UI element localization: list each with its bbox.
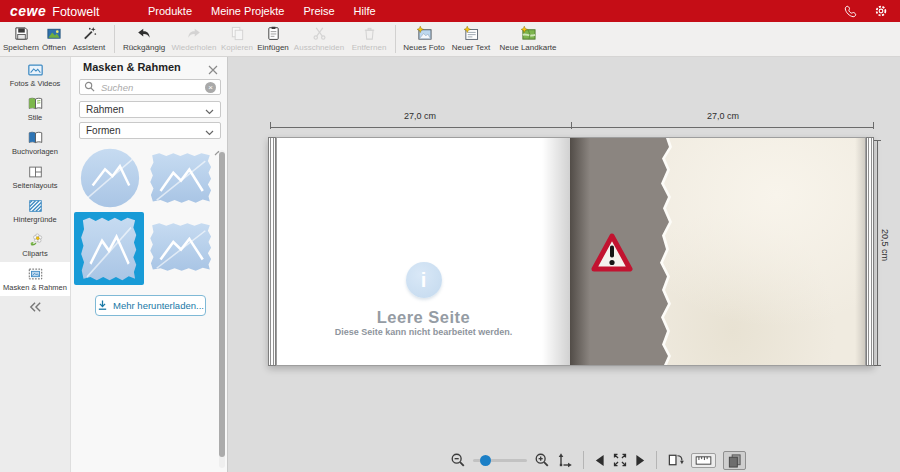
mask-thumbnail-torn-rect-tall[interactable]: [74, 212, 144, 285]
cewe-fotowelt-window: cewe Fotowelt Produkte Meine Projekte Pr…: [0, 0, 900, 472]
copy-button[interactable]: Kopieren: [219, 24, 255, 55]
sidebar-item-cliparts[interactable]: Cliparts: [0, 228, 70, 262]
chevron-down-icon: [205, 122, 214, 140]
chevron-down-icon: [205, 101, 214, 119]
right-page[interactable]: [570, 137, 866, 366]
save-button[interactable]: Speichern: [2, 24, 40, 55]
sidebar-collapse-button[interactable]: [0, 296, 70, 320]
warning-icon: [590, 232, 634, 278]
info-icon: i: [406, 262, 442, 298]
assistant-button[interactable]: Assistent: [68, 24, 110, 55]
trash-icon: [362, 26, 377, 41]
filter-dropdown-rahmen[interactable]: Rahmen: [79, 101, 221, 118]
toolbar-separator: [114, 25, 115, 53]
copy-icon: [230, 26, 245, 41]
zoom-slider[interactable]: [473, 453, 527, 467]
new-photo-button[interactable]: Neues Foto: [400, 24, 448, 55]
page-stack-left: [268, 137, 276, 366]
open-icon: [46, 26, 62, 41]
redo-icon: [186, 26, 202, 41]
sidebar-item-buchvorlagen[interactable]: Buchvorlagen: [0, 126, 70, 160]
mask-thumbnail-torn-rect-small[interactable]: [147, 217, 214, 277]
ruler-toggle-icon[interactable]: [691, 453, 716, 468]
search-icon: [84, 78, 95, 96]
close-icon[interactable]: [208, 61, 220, 73]
styles-book-icon: [27, 96, 44, 112]
top-menu-bar: cewe Fotowelt Produkte Meine Projekte Pr…: [0, 0, 900, 22]
delete-button[interactable]: Entfernen: [347, 24, 391, 55]
page-layouts-icon: [27, 164, 44, 180]
tool-sidebar: Fotos & Videos Stile Buchvorlagen Seiten…: [0, 57, 70, 472]
new-text-button[interactable]: Neuer Text: [448, 24, 494, 55]
backgrounds-icon: [27, 198, 44, 214]
undo-button[interactable]: Rückgängig: [119, 24, 169, 55]
new-map-icon: [520, 26, 537, 41]
left-page-empty[interactable]: i Leere Seite Diese Seite kann nicht bea…: [276, 137, 570, 366]
save-icon: [14, 26, 29, 41]
magic-wand-icon: [82, 26, 97, 41]
edit-toolbar: Speichern Öffnen Assistent Rückgängig Wi…: [0, 22, 900, 57]
cliparts-flower-icon: [27, 232, 44, 248]
new-photo-icon: [416, 26, 433, 41]
zoom-out-icon[interactable]: [450, 452, 466, 468]
zoom-slider-thumb[interactable]: [480, 455, 491, 466]
menu-meine-projekte[interactable]: Meine Projekte: [208, 5, 287, 17]
zoom-in-icon[interactable]: [534, 452, 550, 468]
cut-button[interactable]: Ausschneiden: [291, 24, 347, 55]
main-menu: Produkte Meine Projekte Preise Hilfe: [145, 0, 379, 22]
sidebar-item-fotos-videos[interactable]: Fotos & Videos: [0, 58, 70, 92]
search-input[interactable]: [99, 81, 201, 94]
sidebar-item-seitenlayouts[interactable]: Seitenlayouts: [0, 160, 70, 194]
layers-toggle-icon[interactable]: [723, 451, 746, 470]
view-toolbar: [450, 448, 746, 472]
new-text-icon: [463, 26, 479, 41]
mask-thumbnail-circle[interactable]: [76, 145, 143, 210]
expand-view-icon[interactable]: [612, 452, 628, 468]
editor-canvas: 27,0 cm 27,0 cm 20,5 cm i Leere Seite Di…: [228, 57, 900, 472]
scrollbar-thumb[interactable]: [219, 152, 225, 457]
next-page-icon[interactable]: [635, 454, 646, 467]
cewe-logo: cewe Fotowelt: [10, 3, 100, 19]
prev-page-icon[interactable]: [594, 454, 605, 467]
dimension-label-page-height: 20,5 cm: [880, 229, 890, 261]
panel-scrollbar: [219, 150, 225, 468]
collapse-icon: [28, 301, 43, 316]
sidebar-item-stile[interactable]: Stile: [0, 92, 70, 126]
menu-preise[interactable]: Preise: [300, 5, 337, 17]
paste-icon: [266, 26, 281, 41]
dimension-line-right: [877, 140, 878, 366]
download-more-button[interactable]: Mehr herunterladen...: [95, 295, 206, 316]
masks-frames-panel: Masken & Rahmen × Rahmen Formen: [70, 57, 228, 472]
menu-produkte[interactable]: Produkte: [145, 5, 195, 17]
empty-page-subtitle: Diese Seite kann nicht bearbeitet werden…: [277, 327, 570, 337]
undo-icon: [136, 26, 152, 41]
sidebar-item-hintergruende[interactable]: Hintergründe: [0, 194, 70, 228]
panel-title: Masken & Rahmen: [83, 61, 181, 73]
dimension-line-top: [270, 127, 874, 128]
logo-brand: cewe: [10, 3, 46, 19]
photos-icon: [27, 62, 44, 78]
search-box: ×: [79, 79, 221, 95]
page-flip-icon[interactable]: [667, 452, 684, 468]
toolbar-separator: [395, 25, 396, 53]
fit-view-icon[interactable]: [557, 452, 573, 468]
photobook-spread: i Leere Seite Diese Seite kann nicht bea…: [268, 137, 874, 366]
open-button[interactable]: Öffnen: [40, 24, 68, 55]
clear-search-icon[interactable]: ×: [205, 82, 216, 93]
dimension-label-right-page: 27,0 cm: [623, 111, 823, 121]
gear-icon[interactable]: [874, 4, 888, 18]
mask-thumbnail-torn-rect[interactable]: [147, 145, 214, 210]
phone-icon[interactable]: [844, 5, 857, 18]
logo-product: Fotowelt: [52, 5, 99, 19]
empty-page-title: Leere Seite: [277, 308, 570, 327]
sidebar-item-masken-rahmen[interactable]: Masken & Rahmen: [0, 262, 70, 296]
new-map-button[interactable]: Neue Landkarte: [494, 24, 562, 55]
page-stack-right: [866, 137, 874, 366]
book-templates-icon: [27, 130, 44, 146]
filter-dropdown-formen[interactable]: Formen: [79, 122, 221, 139]
menu-hilfe[interactable]: Hilfe: [351, 5, 379, 17]
masks-frames-icon: [27, 266, 44, 282]
paste-button[interactable]: Einfügen: [255, 24, 291, 55]
download-icon: [97, 297, 108, 315]
redo-button[interactable]: Wiederholen: [169, 24, 219, 55]
